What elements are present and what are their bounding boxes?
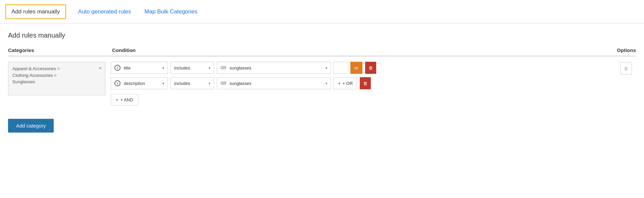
table-header: Categories Condition Options — [8, 47, 636, 56]
and-plus-icon: + — [116, 97, 118, 102]
tabs-bar: Add rules manually Auto generated rules … — [0, 0, 644, 23]
options-column: 🗑 — [616, 62, 636, 75]
and-button[interactable]: + + AND — [111, 94, 138, 105]
category-close-button[interactable]: × — [99, 65, 102, 72]
value-dropdown-1[interactable]: ⌨ sunglasses ▾ — [217, 62, 331, 74]
value-label-1: sunglasses — [230, 65, 324, 70]
value-caret-2: ▾ — [326, 82, 327, 85]
delete-condition-2[interactable]: 🗑 — [360, 77, 371, 89]
rules-area: × Apparel & Accessories >Clothing Access… — [8, 62, 636, 105]
field-caret-2: ▾ — [162, 82, 164, 85]
col-header-categories: Categories — [8, 47, 112, 53]
field-label-1: title — [124, 65, 161, 70]
or-plus-icon-2: + — [338, 81, 341, 86]
delete-icon-1: 🗑 — [368, 65, 373, 70]
tab-map-bulk-categories[interactable]: Map Bulk Categories — [143, 6, 199, 18]
field-dropdown-2[interactable]: i description ▾ — [111, 77, 168, 89]
options-delete-button[interactable]: 🗑 — [620, 62, 632, 75]
includes-caret-2: ▾ — [209, 82, 210, 85]
col-header-options: Options — [609, 47, 636, 53]
kbd-icon-2: ⌨ — [220, 81, 226, 86]
includes-caret-1: ▾ — [209, 66, 210, 70]
kbd-icon-1: ⌨ — [220, 65, 226, 70]
value-label-2: sunglasses — [230, 81, 324, 86]
value-dropdown-2[interactable]: ⌨ sunglasses ▾ — [217, 77, 331, 89]
section-title: Add rules manually — [8, 32, 636, 39]
category-box: × Apparel & Accessories >Clothing Access… — [8, 62, 105, 95]
field-label-2: description — [124, 81, 161, 86]
tab-add-rules-manually[interactable]: Add rules manually — [5, 4, 66, 19]
conditions-section: i title ▾ includes ▾ ⌨ sunglasses ▾ — [111, 62, 610, 105]
add-category-button[interactable]: Add category — [8, 119, 54, 133]
field-icon-2: i — [114, 80, 120, 86]
or-plus-label-2: + OR — [343, 81, 353, 86]
value-caret-1: ▾ — [326, 66, 327, 70]
tab-auto-generated-rules[interactable]: Auto generated rules — [77, 6, 133, 18]
delete-condition-1[interactable]: 🗑 — [365, 62, 376, 74]
options-delete-icon: 🗑 — [624, 66, 628, 71]
page-content: Add rules manually Categories Condition … — [0, 23, 644, 141]
or-plus-button-2[interactable]: + + OR — [334, 77, 357, 89]
condition-row-1: i title ▾ includes ▾ ⌨ sunglasses ▾ — [111, 62, 610, 74]
or-button-1[interactable]: or — [350, 62, 362, 74]
includes-dropdown-1[interactable]: includes ▾ — [170, 62, 214, 74]
and-label: + AND — [120, 97, 133, 102]
field-caret-1: ▾ — [162, 66, 164, 70]
col-header-condition: Condition — [112, 47, 609, 53]
field-dropdown-1[interactable]: i title ▾ — [111, 62, 168, 74]
includes-dropdown-2[interactable]: includes ▾ — [170, 77, 214, 89]
delete-icon-2: 🗑 — [363, 81, 367, 86]
field-icon-1: i — [114, 65, 120, 71]
or-group-1: or — [334, 62, 362, 74]
condition-row-2: i description ▾ includes ▾ ⌨ sunglasses … — [111, 77, 610, 89]
includes-label-2: includes — [174, 81, 207, 86]
category-text: Apparel & Accessories >Clothing Accessor… — [12, 66, 60, 84]
or-input-1[interactable] — [334, 62, 350, 74]
includes-label-1: includes — [174, 65, 207, 70]
